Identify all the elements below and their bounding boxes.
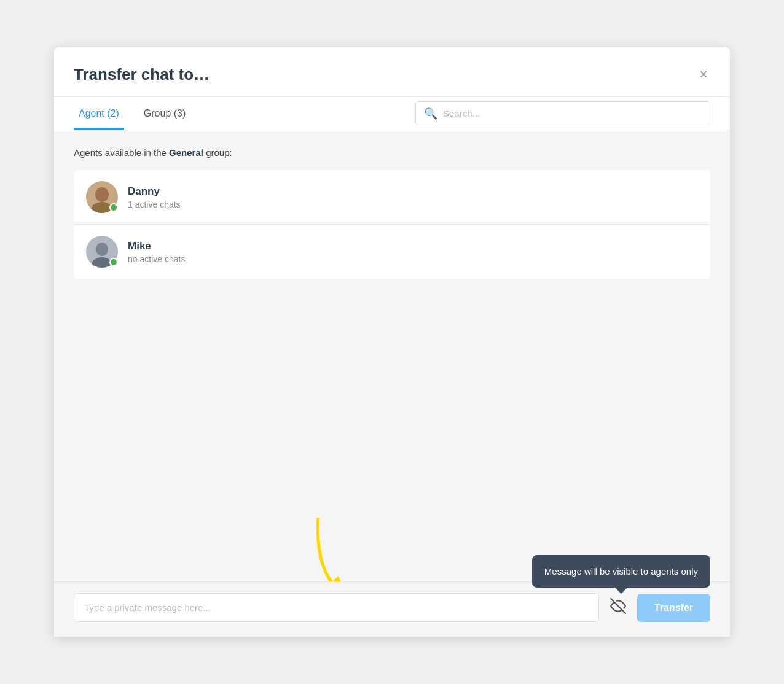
group-label-prefix: Agents available in the <box>74 147 169 158</box>
search-input[interactable] <box>415 101 710 125</box>
tooltip-wrap: Message will be visible to agents only <box>532 555 710 588</box>
tabs-search-bar: Agent (2) Group (3) 🔍 <box>54 97 730 130</box>
modal-header: Transfer chat to… × <box>54 47 730 97</box>
agent-avatar-wrap-danny <box>86 181 118 213</box>
group-label: Agents available in the General group: <box>74 147 710 158</box>
svg-point-1 <box>95 187 109 202</box>
tab-agent[interactable]: Agent (2) <box>74 97 124 130</box>
modal-footer: Message will be visible to agents only T… <box>54 581 730 637</box>
group-name: General <box>169 147 203 158</box>
agent-name-mike: Mike <box>128 240 185 252</box>
tab-group-count: (3) <box>174 108 186 119</box>
footer-inner: Transfer <box>74 593 710 622</box>
group-label-suffix: group: <box>203 147 232 158</box>
tab-group-label: Group <box>144 108 174 119</box>
agent-status-dot-danny <box>109 203 118 212</box>
agent-avatar-wrap-mike <box>86 236 118 268</box>
search-box: 🔍 <box>415 101 710 125</box>
tabs: Agent (2) Group (3) <box>74 97 205 130</box>
tab-group[interactable]: Group (3) <box>139 97 190 130</box>
tab-agent-label: Agent <box>79 108 107 119</box>
agent-list: Danny 1 active chats <box>74 170 710 279</box>
private-message-input[interactable] <box>74 593 599 622</box>
modal-body: Agents available in the General group: <box>54 130 730 581</box>
agent-chats-mike: no active chats <box>128 254 185 264</box>
svg-point-4 <box>96 243 108 256</box>
search-icon: 🔍 <box>424 107 437 120</box>
agent-status-dot-mike <box>109 258 118 266</box>
modal-title: Transfer chat to… <box>74 65 210 84</box>
agent-info-danny: Danny 1 active chats <box>128 185 181 209</box>
tooltip-text: Message will be visible to agents only <box>544 566 698 577</box>
agent-item-danny[interactable]: Danny 1 active chats <box>74 170 710 225</box>
transfer-button[interactable]: Transfer <box>637 594 710 622</box>
eye-off-button[interactable] <box>606 594 630 621</box>
agent-name-danny: Danny <box>128 185 181 198</box>
transfer-chat-modal: Transfer chat to… × Agent (2) Group (3) … <box>54 47 730 637</box>
tab-agent-count: (2) <box>107 108 119 119</box>
close-button[interactable]: × <box>697 64 710 84</box>
empty-area <box>74 279 710 475</box>
agent-info-mike: Mike no active chats <box>128 240 185 264</box>
agent-item-mike[interactable]: Mike no active chats <box>74 225 710 279</box>
tooltip-box: Message will be visible to agents only <box>532 555 710 588</box>
tooltip-arrow <box>615 588 627 594</box>
agent-chats-danny: 1 active chats <box>128 200 181 209</box>
